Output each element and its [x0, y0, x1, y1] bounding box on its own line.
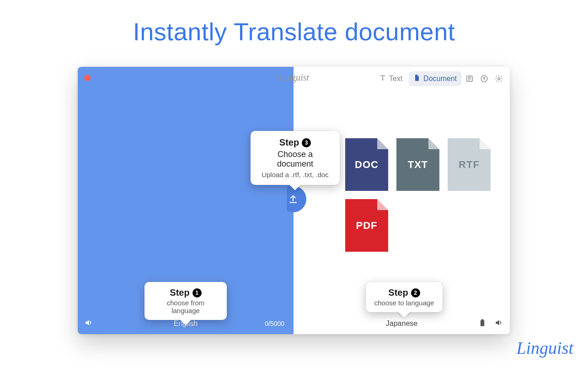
- step2-number: 2: [411, 288, 420, 298]
- step3-title: Choose a document: [260, 150, 331, 169]
- step3-word: Step: [279, 137, 299, 148]
- file-type-grid: DOC TXT RTF PDF: [345, 138, 501, 252]
- target-footer: Japanese: [294, 313, 510, 334]
- headline-bold: document: [345, 18, 455, 45]
- file-type-rtf[interactable]: RTF: [448, 138, 491, 191]
- document-icon: [413, 74, 421, 83]
- upload-icon: [287, 193, 299, 205]
- step1-word: Step: [170, 287, 189, 298]
- headline-prefix: Instantly Translate: [133, 18, 345, 45]
- clipboard-icon[interactable]: [478, 318, 487, 329]
- brand-logo: Linguist: [516, 338, 573, 358]
- toolbar: Text Document: [374, 71, 505, 86]
- tab-text-label: Text: [389, 75, 402, 83]
- char-count: 0/5000: [265, 320, 284, 327]
- speaker-icon[interactable]: [84, 318, 93, 329]
- file-type-txt[interactable]: TXT: [396, 138, 439, 191]
- tooltip-step1: Step 1 choose from language: [144, 282, 227, 320]
- headline: Instantly Translate document: [0, 0, 588, 46]
- tab-text[interactable]: Text: [374, 71, 407, 86]
- step3-subtitle: Upload a .rtf, .txt, .doc: [260, 171, 331, 179]
- to-language-selector[interactable]: Japanese: [386, 319, 417, 328]
- tab-document-label: Document: [423, 75, 457, 83]
- app-title: Linguist: [278, 72, 309, 83]
- step1-title: choose from language: [152, 299, 219, 314]
- close-window-button[interactable]: [84, 75, 91, 81]
- upload-button[interactable]: [280, 186, 306, 212]
- step1-number: 1: [192, 288, 202, 298]
- gear-icon[interactable]: [492, 72, 505, 85]
- tooltip-step3: Step 3 Choose a document Upload a .rtf, …: [251, 131, 340, 185]
- svg-point-2: [498, 78, 500, 80]
- step2-word: Step: [388, 287, 408, 298]
- tooltip-step2: Step 2 choose to language: [366, 282, 443, 312]
- speaker-icon[interactable]: [494, 318, 503, 329]
- share-icon[interactable]: [478, 72, 491, 85]
- file-type-doc[interactable]: DOC: [345, 138, 388, 191]
- step3-number: 3: [302, 138, 311, 147]
- app-window: Linguist Text Document: [78, 67, 510, 334]
- history-icon[interactable]: [463, 72, 476, 85]
- titlebar: Linguist Text Document: [78, 67, 510, 89]
- text-icon: [379, 74, 386, 83]
- tab-document[interactable]: Document: [409, 71, 461, 86]
- file-type-pdf[interactable]: PDF: [345, 199, 388, 252]
